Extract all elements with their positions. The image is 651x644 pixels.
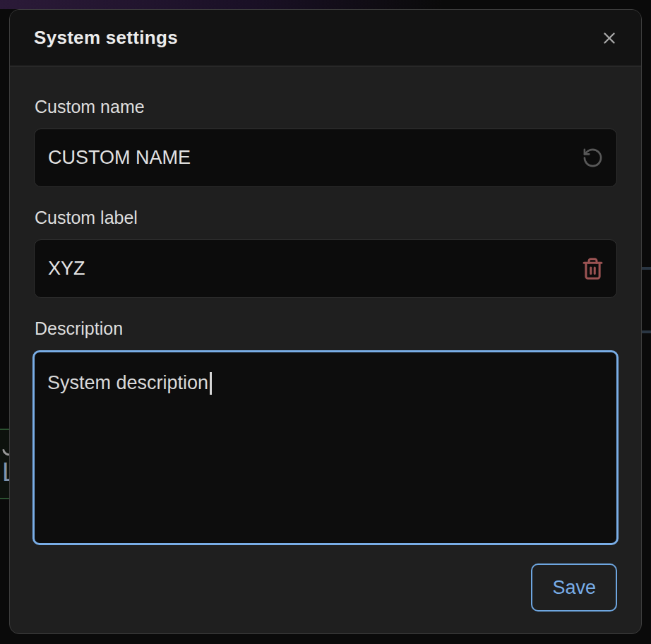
custom-label-input[interactable] (34, 239, 617, 298)
trash-icon (581, 257, 604, 280)
system-settings-dialog: System settings Custom name Custom label (9, 9, 642, 634)
dialog-body: Custom name Custom label (10, 66, 641, 633)
custom-name-field (34, 129, 617, 187)
reset-custom-name-button[interactable] (576, 142, 609, 174)
close-icon (600, 29, 619, 47)
description-label: Description (35, 318, 617, 339)
backdrop-right-divider (641, 330, 651, 333)
save-button[interactable]: Save (531, 564, 617, 612)
backdrop-right-divider (641, 267, 651, 270)
close-button[interactable] (596, 25, 623, 52)
dialog-title: System settings (34, 27, 178, 49)
custom-name-input[interactable] (34, 129, 617, 187)
delete-custom-label-button[interactable] (576, 253, 609, 285)
backdrop-partial-letter: L (2, 459, 9, 485)
dialog-header: System settings (10, 10, 641, 66)
backdrop-clipped-panel: L (0, 429, 9, 499)
description-text: System description (47, 372, 208, 393)
backdrop-curve-glyph (2, 448, 9, 457)
backdrop-top-glow (0, 0, 651, 9)
description-textarea[interactable]: System description (32, 350, 619, 545)
custom-name-label: Custom name (35, 96, 617, 117)
custom-label-label: Custom label (35, 207, 617, 228)
text-cursor (210, 372, 212, 395)
rotate-ccw-icon (582, 147, 604, 169)
custom-label-field (34, 239, 617, 298)
dialog-footer: Save (34, 564, 617, 612)
